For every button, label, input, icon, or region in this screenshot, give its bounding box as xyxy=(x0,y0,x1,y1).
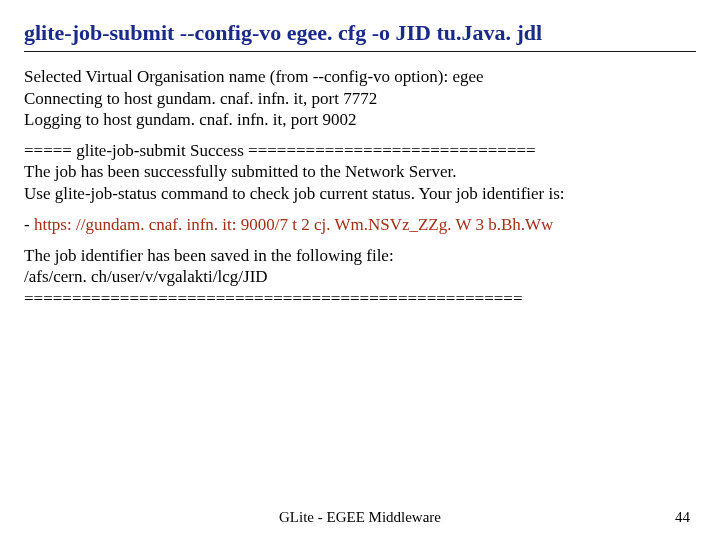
output-block-1: Selected Virtual Organisation name (from… xyxy=(24,66,696,130)
output-block-2: ===== glite-job-submit Success =========… xyxy=(24,140,696,204)
title-divider xyxy=(24,51,696,52)
page-title: glite-job-submit --config-vo egee. cfg -… xyxy=(24,20,696,45)
page-number: 44 xyxy=(675,509,690,526)
output-line: Connecting to host gundam. cnaf. infn. i… xyxy=(24,89,377,108)
output-block-3: The job identifier has been saved in the… xyxy=(24,245,696,309)
output-line: /afs/cern. ch/user/v/vgalakti/lcg/JID xyxy=(24,267,268,286)
output-line: Selected Virtual Organisation name (from… xyxy=(24,67,484,86)
footer: GLite - EGEE Middleware 44 xyxy=(0,509,720,526)
output-line: ========================================… xyxy=(24,289,523,308)
slide: glite-job-submit --config-vo egee. cfg -… xyxy=(0,0,720,540)
footer-title: GLite - EGEE Middleware xyxy=(30,509,690,526)
job-url-line: - https: //gundam. cnaf. infn. it: 9000/… xyxy=(24,214,696,235)
job-url: https: //gundam. cnaf. infn. it: 9000/7 … xyxy=(34,215,553,234)
url-prefix: - xyxy=(24,215,34,234)
output-line: The job has been successfully submitted … xyxy=(24,162,456,181)
output-line: ===== glite-job-submit Success =========… xyxy=(24,141,536,160)
output-line: Use glite-job-status command to check jo… xyxy=(24,184,565,203)
output-line: The job identifier has been saved in the… xyxy=(24,246,394,265)
output-line: Logging to host gundam. cnaf. infn. it, … xyxy=(24,110,356,129)
